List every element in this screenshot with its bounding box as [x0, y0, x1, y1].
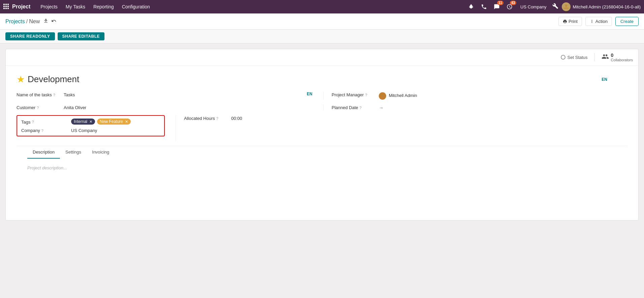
star-icon[interactable]: ★: [17, 74, 25, 85]
svg-rect-1: [5, 4, 7, 5]
tag-new-feature-remove[interactable]: ✕: [125, 120, 128, 124]
set-status[interactable]: Set Status: [561, 55, 588, 60]
main-content: Set Status 0 Collaborators ★: [0, 43, 644, 226]
share-readonly-button[interactable]: SHARE READONLY: [5, 32, 55, 40]
planned-date-value[interactable]: →: [379, 104, 627, 110]
project-form: ★ EN Name of the tasks ? Tasks EN: [6, 66, 638, 220]
tags-row: Tags ? Internal ✕ New Feature ✕: [21, 119, 160, 125]
set-status-label: Set Status: [568, 55, 588, 60]
app-name: Project: [12, 4, 30, 10]
customer-value[interactable]: Anita Oliver: [64, 104, 312, 110]
collaborators-icon: [602, 53, 609, 62]
share-editable-button[interactable]: SHARE EDITABLE: [58, 32, 104, 40]
collaborators[interactable]: 0 Collaborators: [602, 53, 633, 62]
tab-invoicing[interactable]: Invoicing: [87, 146, 115, 159]
tag-internal[interactable]: Internal ✕: [71, 119, 95, 125]
breadcrumb-parent[interactable]: Projects: [5, 19, 25, 25]
tasks-name-field: Name of the tasks ? Tasks EN: [17, 92, 312, 97]
create-button[interactable]: Create: [615, 17, 639, 26]
tab-settings[interactable]: Settings: [60, 146, 87, 159]
print-button[interactable]: Print: [558, 17, 582, 26]
form-card: Set Status 0 Collaborators ★: [5, 49, 639, 221]
svg-rect-4: [5, 6, 7, 7]
planned-date-field: Planned Date ? →: [323, 104, 627, 110]
breadcrumb-bar: Projects / New Print Action Create: [0, 13, 644, 30]
share-bar: SHARE READONLY SHARE EDITABLE: [0, 30, 644, 43]
tags-values: Internal ✕ New Feature ✕: [71, 119, 131, 125]
top-navigation: Project Projects My Tasks Reporting Conf…: [0, 0, 644, 13]
collaborators-count: 0: [611, 53, 633, 58]
tag-internal-label: Internal: [74, 119, 87, 124]
chat-badge: 11: [497, 1, 503, 5]
allocated-hours-label: Allocated Hours: [184, 116, 215, 121]
project-manager-value[interactable]: Mitchell Admin: [379, 92, 627, 100]
planned-date-help[interactable]: ?: [360, 106, 362, 110]
project-manager-field: Project Manager ? Mitchell Admin: [323, 92, 627, 100]
en-badge-title[interactable]: EN: [602, 77, 607, 82]
tag-new-feature-label: New Feature: [100, 119, 123, 124]
svg-rect-5: [7, 6, 9, 7]
tag-new-feature[interactable]: New Feature ✕: [97, 119, 131, 125]
nav-my-tasks[interactable]: My Tasks: [62, 3, 89, 11]
nav-projects[interactable]: Projects: [37, 3, 61, 11]
collaborators-label: Collaborators: [611, 58, 633, 62]
phone-icon[interactable]: [479, 2, 489, 11]
tags-label: Tags: [21, 120, 30, 125]
nav-reporting[interactable]: Reporting: [90, 3, 117, 11]
tabs-bar: Description Settings Invoicing: [17, 146, 627, 158]
description-area: Project description...: [17, 158, 627, 212]
company-row: Company ? US Company: [21, 127, 160, 133]
print-label: Print: [569, 19, 578, 24]
form-row-1: Name of the tasks ? Tasks EN Project Man…: [17, 92, 627, 100]
description-placeholder[interactable]: Project description...: [27, 165, 67, 170]
undo-icon[interactable]: [51, 18, 57, 25]
clock-icon[interactable]: 43: [505, 2, 514, 11]
tab-description[interactable]: Description: [27, 146, 60, 159]
svg-point-9: [565, 4, 568, 7]
company-label: Company: [21, 128, 40, 133]
breadcrumb: Projects / New: [5, 19, 40, 25]
project-manager-label: Project Manager: [332, 92, 364, 97]
chat-icon[interactable]: 11: [492, 2, 501, 11]
clock-badge: 43: [510, 1, 516, 5]
customer-field: Customer ? Anita Oliver: [17, 104, 312, 110]
svg-rect-7: [5, 8, 7, 9]
project-manager-help[interactable]: ?: [365, 93, 367, 97]
svg-rect-0: [3, 4, 5, 5]
svg-point-10: [381, 94, 384, 96]
customer-help[interactable]: ?: [37, 106, 39, 110]
tags-company-section: Tags ? Internal ✕ New Feature ✕: [17, 115, 165, 136]
action-button[interactable]: Action: [585, 17, 612, 26]
project-title-input[interactable]: [28, 74, 129, 85]
allocated-hours-help[interactable]: ?: [216, 117, 218, 121]
svg-rect-3: [3, 6, 5, 7]
tasks-name-label: Name of the tasks: [17, 92, 52, 97]
bug-icon[interactable]: [466, 2, 476, 11]
allocated-hours-value[interactable]: 00:00: [231, 115, 627, 121]
tasks-name-help[interactable]: ?: [53, 93, 55, 97]
tasks-name-value[interactable]: Tasks: [64, 92, 303, 97]
svg-rect-2: [7, 4, 9, 5]
manager-avatar: [379, 92, 386, 100]
company-value[interactable]: US Company: [71, 127, 160, 133]
svg-rect-8: [7, 8, 9, 9]
action-buttons: Print Action Create: [558, 17, 639, 26]
user-avatar: [562, 2, 571, 11]
svg-rect-6: [3, 8, 5, 9]
form-row-2: Customer ? Anita Oliver Planned Date ? →: [17, 104, 627, 110]
company-help[interactable]: ?: [41, 129, 43, 133]
tag-internal-remove[interactable]: ✕: [89, 120, 92, 124]
breadcrumb-separator: /: [26, 19, 28, 25]
nav-configuration[interactable]: Configuration: [119, 3, 153, 11]
wrench-icon[interactable]: [552, 3, 558, 10]
allocated-hours-field: Allocated Hours ? 00:00: [184, 115, 627, 121]
company-name[interactable]: US Company: [518, 4, 549, 9]
tags-help[interactable]: ?: [32, 120, 34, 124]
status-radio[interactable]: [561, 55, 565, 60]
tasks-en-badge[interactable]: EN: [307, 92, 312, 96]
upload-icon[interactable]: [43, 18, 49, 25]
app-grid-icon[interactable]: [3, 4, 9, 10]
status-header: Set Status 0 Collaborators: [6, 49, 638, 66]
user-info[interactable]: Mitchell Admin (21680404-16-0-all): [562, 2, 641, 11]
breadcrumb-current: New: [29, 19, 40, 25]
